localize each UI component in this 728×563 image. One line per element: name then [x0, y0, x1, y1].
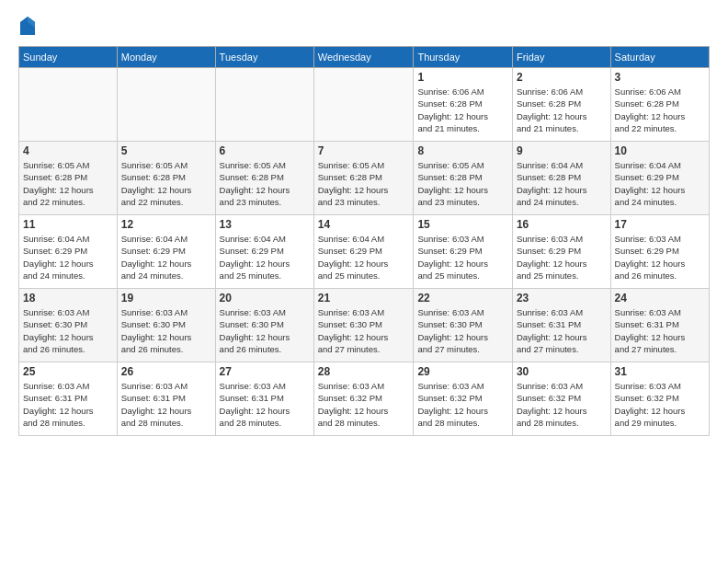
day-number: 30 [517, 365, 607, 378]
calendar-cell [215, 68, 313, 142]
day-number: 1 [417, 71, 508, 84]
calendar-cell: 9Sunrise: 6:04 AM Sunset: 6:28 PM Daylig… [512, 142, 610, 215]
day-info: Sunrise: 6:03 AM Sunset: 6:29 PM Dayligh… [417, 233, 508, 282]
day-number: 27 [220, 365, 310, 378]
day-info: Sunrise: 6:05 AM Sunset: 6:28 PM Dayligh… [220, 159, 310, 208]
calendar-cell: 17Sunrise: 6:03 AM Sunset: 6:29 PM Dayli… [610, 215, 709, 289]
calendar-cell: 14Sunrise: 6:04 AM Sunset: 6:29 PM Dayli… [313, 215, 414, 289]
calendar-cell: 26Sunrise: 6:03 AM Sunset: 6:31 PM Dayli… [117, 362, 215, 436]
day-number: 18 [23, 292, 113, 304]
calendar-cell: 31Sunrise: 6:03 AM Sunset: 6:32 PM Dayli… [610, 362, 709, 436]
calendar-cell: 25Sunrise: 6:03 AM Sunset: 6:31 PM Dayli… [19, 362, 118, 436]
day-number: 23 [517, 292, 607, 304]
calendar-cell: 6Sunrise: 6:05 AM Sunset: 6:28 PM Daylig… [215, 142, 313, 215]
day-info: Sunrise: 6:05 AM Sunset: 6:28 PM Dayligh… [417, 159, 508, 208]
day-info: Sunrise: 6:05 AM Sunset: 6:28 PM Dayligh… [23, 159, 113, 208]
day-number: 17 [615, 218, 705, 231]
day-number: 2 [517, 71, 607, 84]
day-info: Sunrise: 6:04 AM Sunset: 6:29 PM Dayligh… [615, 159, 705, 208]
calendar-cell: 8Sunrise: 6:05 AM Sunset: 6:28 PM Daylig… [414, 142, 513, 215]
calendar-table: SundayMondayTuesdayWednesdayThursdayFrid… [18, 46, 710, 436]
day-info: Sunrise: 6:03 AM Sunset: 6:31 PM Dayligh… [517, 306, 607, 355]
calendar-cell: 27Sunrise: 6:03 AM Sunset: 6:31 PM Dayli… [215, 362, 313, 436]
day-number: 24 [615, 292, 705, 304]
day-info: Sunrise: 6:03 AM Sunset: 6:32 PM Dayligh… [517, 380, 607, 429]
calendar-cell: 24Sunrise: 6:03 AM Sunset: 6:31 PM Dayli… [610, 289, 709, 362]
day-number: 20 [220, 292, 310, 304]
day-info: Sunrise: 6:04 AM Sunset: 6:29 PM Dayligh… [23, 233, 113, 282]
day-number: 22 [417, 292, 508, 304]
calendar-cell: 12Sunrise: 6:04 AM Sunset: 6:29 PM Dayli… [117, 215, 215, 289]
day-info: Sunrise: 6:03 AM Sunset: 6:31 PM Dayligh… [23, 380, 113, 429]
day-number: 7 [318, 144, 410, 157]
day-number: 11 [23, 218, 113, 231]
day-number: 14 [318, 218, 410, 231]
calendar-cell: 22Sunrise: 6:03 AM Sunset: 6:30 PM Dayli… [414, 289, 513, 362]
calendar-cell [19, 68, 118, 142]
day-info: Sunrise: 6:03 AM Sunset: 6:32 PM Dayligh… [417, 380, 508, 429]
weekday-monday: Monday [117, 47, 215, 68]
day-info: Sunrise: 6:03 AM Sunset: 6:30 PM Dayligh… [23, 306, 113, 355]
day-info: Sunrise: 6:04 AM Sunset: 6:29 PM Dayligh… [220, 233, 310, 282]
calendar-week-4: 18Sunrise: 6:03 AM Sunset: 6:30 PM Dayli… [19, 289, 710, 362]
day-number: 15 [417, 218, 508, 231]
calendar-cell: 21Sunrise: 6:03 AM Sunset: 6:30 PM Dayli… [313, 289, 414, 362]
calendar-cell: 10Sunrise: 6:04 AM Sunset: 6:29 PM Dayli… [610, 142, 709, 215]
calendar-cell: 19Sunrise: 6:03 AM Sunset: 6:30 PM Dayli… [117, 289, 215, 362]
day-number: 10 [615, 144, 705, 157]
day-info: Sunrise: 6:03 AM Sunset: 6:29 PM Dayligh… [517, 233, 607, 282]
calendar-cell: 1Sunrise: 6:06 AM Sunset: 6:28 PM Daylig… [414, 68, 513, 142]
weekday-friday: Friday [512, 47, 610, 68]
day-info: Sunrise: 6:03 AM Sunset: 6:29 PM Dayligh… [615, 233, 705, 282]
day-info: Sunrise: 6:03 AM Sunset: 6:31 PM Dayligh… [615, 306, 705, 355]
day-info: Sunrise: 6:03 AM Sunset: 6:30 PM Dayligh… [417, 306, 508, 355]
day-info: Sunrise: 6:04 AM Sunset: 6:29 PM Dayligh… [318, 233, 410, 282]
weekday-header-row: SundayMondayTuesdayWednesdayThursdayFrid… [19, 47, 710, 68]
day-number: 13 [220, 218, 310, 231]
calendar-cell: 13Sunrise: 6:04 AM Sunset: 6:29 PM Dayli… [215, 215, 313, 289]
day-number: 26 [121, 365, 211, 378]
header [18, 15, 710, 37]
day-info: Sunrise: 6:03 AM Sunset: 6:32 PM Dayligh… [615, 380, 705, 429]
day-info: Sunrise: 6:04 AM Sunset: 6:28 PM Dayligh… [517, 159, 607, 208]
calendar-week-3: 11Sunrise: 6:04 AM Sunset: 6:29 PM Dayli… [19, 215, 710, 289]
day-number: 4 [23, 144, 113, 157]
day-info: Sunrise: 6:03 AM Sunset: 6:30 PM Dayligh… [121, 306, 211, 355]
weekday-tuesday: Tuesday [215, 47, 313, 68]
day-number: 12 [121, 218, 211, 231]
day-number: 3 [615, 71, 705, 84]
weekday-thursday: Thursday [414, 47, 513, 68]
calendar-cell: 11Sunrise: 6:04 AM Sunset: 6:29 PM Dayli… [19, 215, 118, 289]
weekday-sunday: Sunday [19, 47, 118, 68]
day-info: Sunrise: 6:03 AM Sunset: 6:32 PM Dayligh… [318, 380, 410, 429]
calendar-cell: 16Sunrise: 6:03 AM Sunset: 6:29 PM Dayli… [512, 215, 610, 289]
day-info: Sunrise: 6:03 AM Sunset: 6:30 PM Dayligh… [220, 306, 310, 355]
day-info: Sunrise: 6:03 AM Sunset: 6:30 PM Dayligh… [318, 306, 410, 355]
calendar-cell: 4Sunrise: 6:05 AM Sunset: 6:28 PM Daylig… [19, 142, 118, 215]
calendar-cell: 3Sunrise: 6:06 AM Sunset: 6:28 PM Daylig… [610, 68, 709, 142]
calendar-cell: 7Sunrise: 6:05 AM Sunset: 6:28 PM Daylig… [313, 142, 414, 215]
day-number: 28 [318, 365, 410, 378]
day-number: 31 [615, 365, 705, 378]
weekday-saturday: Saturday [610, 47, 709, 68]
logo-icon [18, 15, 37, 37]
day-info: Sunrise: 6:03 AM Sunset: 6:31 PM Dayligh… [121, 380, 211, 429]
day-number: 16 [517, 218, 607, 231]
calendar-cell [117, 68, 215, 142]
day-number: 29 [417, 365, 508, 378]
calendar-week-2: 4Sunrise: 6:05 AM Sunset: 6:28 PM Daylig… [19, 142, 710, 215]
weekday-wednesday: Wednesday [313, 47, 414, 68]
calendar-cell: 29Sunrise: 6:03 AM Sunset: 6:32 PM Dayli… [414, 362, 513, 436]
day-info: Sunrise: 6:03 AM Sunset: 6:31 PM Dayligh… [220, 380, 310, 429]
logo [18, 15, 40, 37]
day-number: 8 [417, 144, 508, 157]
calendar-cell: 2Sunrise: 6:06 AM Sunset: 6:28 PM Daylig… [512, 68, 610, 142]
day-number: 21 [318, 292, 410, 304]
calendar-week-1: 1Sunrise: 6:06 AM Sunset: 6:28 PM Daylig… [19, 68, 710, 142]
day-number: 25 [23, 365, 113, 378]
calendar-cell: 18Sunrise: 6:03 AM Sunset: 6:30 PM Dayli… [19, 289, 118, 362]
day-info: Sunrise: 6:04 AM Sunset: 6:29 PM Dayligh… [121, 233, 211, 282]
day-info: Sunrise: 6:06 AM Sunset: 6:28 PM Dayligh… [417, 86, 508, 134]
day-info: Sunrise: 6:06 AM Sunset: 6:28 PM Dayligh… [517, 86, 607, 134]
calendar-cell [313, 68, 414, 142]
